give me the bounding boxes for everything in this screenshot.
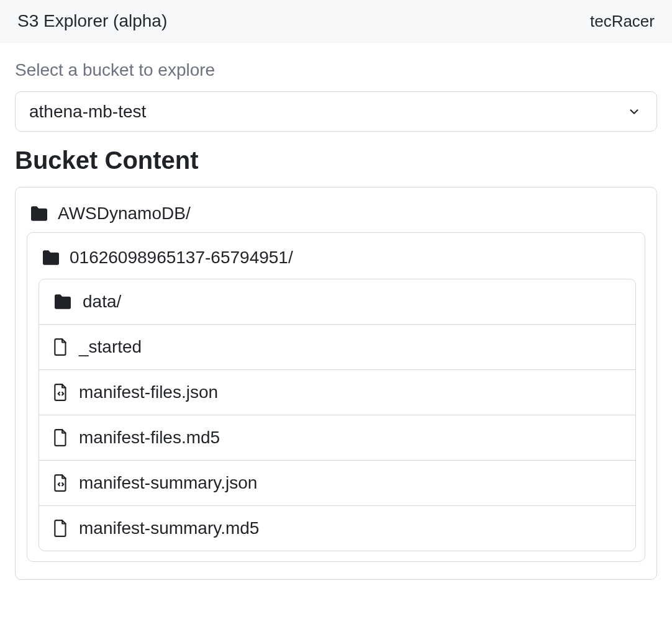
folder-icon [53, 294, 73, 310]
list-item[interactable]: manifest-summary.json [39, 460, 635, 505]
list-item[interactable]: manifest-summary.md5 [39, 505, 635, 551]
app-title: S3 Explorer (alpha) [17, 11, 167, 31]
tree-child-box: 01626098965137-65794951/ data/ _started [27, 232, 645, 562]
app-header: S3 Explorer (alpha) tecRacer [0, 0, 672, 43]
tree-node-sub-label: 01626098965137-65794951/ [70, 248, 293, 268]
folder-icon [41, 250, 61, 266]
tree-node-root[interactable]: AWSDynamoDB/ [27, 199, 645, 232]
file-list: data/ _started manifest-files.json [39, 279, 636, 551]
bucket-select[interactable]: athena-mb-test [15, 91, 657, 132]
tree-node-root-label: AWSDynamoDB/ [58, 204, 191, 223]
bucket-select-label: Select a bucket to explore [15, 60, 657, 80]
brand-label: tecRacer [590, 12, 655, 31]
list-item[interactable]: manifest-files.md5 [39, 415, 635, 460]
code-file-icon [53, 383, 69, 402]
file-icon [53, 338, 69, 356]
bucket-content-box: AWSDynamoDB/ 01626098965137-65794951/ da… [15, 187, 657, 580]
section-title: Bucket Content [15, 147, 657, 174]
list-item-label: _started [79, 337, 142, 357]
main-container: Select a bucket to explore athena-mb-tes… [0, 43, 672, 580]
list-item-label: manifest-summary.md5 [79, 518, 259, 538]
list-item[interactable]: manifest-files.json [39, 369, 635, 415]
tree-node-sub[interactable]: 01626098965137-65794951/ [39, 242, 636, 279]
list-item-label: manifest-summary.json [79, 473, 257, 493]
list-item[interactable]: _started [39, 324, 635, 369]
list-item[interactable]: data/ [39, 279, 635, 324]
file-icon [53, 428, 69, 447]
list-item-label: data/ [83, 292, 121, 312]
code-file-icon [53, 474, 69, 492]
list-item-label: manifest-files.md5 [79, 428, 220, 448]
bucket-select-wrap: athena-mb-test [15, 91, 657, 132]
list-item-label: manifest-files.json [79, 382, 218, 402]
file-icon [53, 519, 69, 538]
folder-icon [29, 205, 49, 222]
